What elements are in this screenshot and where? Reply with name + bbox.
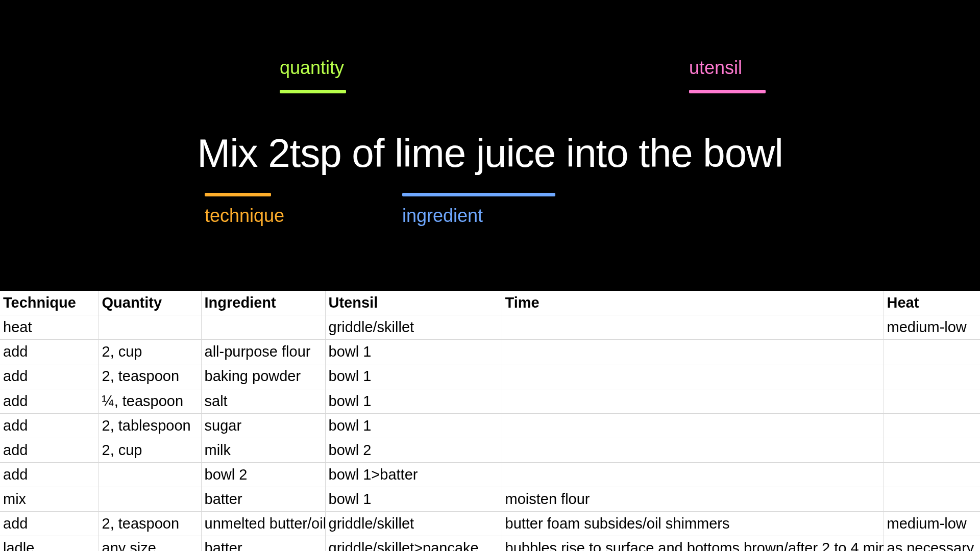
annotation-underline-technique xyxy=(205,193,271,196)
recipe-steps-table-wrap: Technique Quantity Ingredient Utensil Ti… xyxy=(0,291,980,551)
annotation-label-technique: technique xyxy=(205,207,284,225)
cell-quantity xyxy=(99,315,201,340)
table-row: add2, teaspoonbaking powderbowl 1 xyxy=(0,364,980,389)
cell-utensil: bowl 1 xyxy=(325,413,502,438)
cell-heat xyxy=(884,389,980,413)
table-row: addbowl 2bowl 1>batter xyxy=(0,462,980,487)
cell-utensil: griddle/skillet>pancake xyxy=(325,536,502,551)
cell-utensil: bowl 1 xyxy=(325,487,502,512)
cell-quantity xyxy=(99,487,201,512)
col-header-quantity: Quantity xyxy=(99,291,201,315)
col-header-heat: Heat xyxy=(884,291,980,315)
cell-heat xyxy=(884,413,980,438)
cell-ingredient: bowl 2 xyxy=(201,462,325,487)
cell-technique: add xyxy=(0,512,99,536)
cell-heat xyxy=(884,487,980,512)
cell-technique: add xyxy=(0,389,99,413)
table-row: add2, cupall-purpose flourbowl 1 xyxy=(0,340,980,364)
cell-utensil: bowl 1 xyxy=(325,340,502,364)
cell-heat: medium-low xyxy=(884,315,980,340)
cell-quantity: 2, cup xyxy=(99,340,201,364)
cell-technique: add xyxy=(0,413,99,438)
cell-time xyxy=(502,364,884,389)
cell-time xyxy=(502,438,884,462)
table-row: mixbatterbowl 1moisten flour xyxy=(0,487,980,512)
annotation-underline-quantity xyxy=(280,90,346,93)
col-header-technique: Technique xyxy=(0,291,99,315)
cell-quantity: 2, tablespoon xyxy=(99,413,201,438)
cell-time: butter foam subsides/oil shimmers xyxy=(502,512,884,536)
table-row: heatgriddle/skilletmedium-low xyxy=(0,315,980,340)
cell-quantity: ¼, teaspoon xyxy=(99,389,201,413)
table-row: add¼, teaspoonsaltbowl 1 xyxy=(0,389,980,413)
annotation-label-ingredient: ingredient xyxy=(402,207,483,225)
cell-technique: add xyxy=(0,364,99,389)
cell-quantity: 2, teaspoon xyxy=(99,512,201,536)
cell-heat: medium-low xyxy=(884,512,980,536)
cell-ingredient: batter xyxy=(201,536,325,551)
example-sentence: Mix 2tsp of lime juice into the bowl xyxy=(197,130,783,177)
cell-utensil: griddle/skillet xyxy=(325,512,502,536)
cell-time xyxy=(502,462,884,487)
annotation-underline-ingredient xyxy=(402,193,555,196)
cell-ingredient: batter xyxy=(201,487,325,512)
cell-technique: add xyxy=(0,462,99,487)
cell-heat xyxy=(884,438,980,462)
cell-ingredient: salt xyxy=(201,389,325,413)
annotation-label-utensil: utensil xyxy=(689,59,742,77)
cell-ingredient: all-purpose flour xyxy=(201,340,325,364)
cell-heat xyxy=(884,364,980,389)
col-header-time: Time xyxy=(502,291,884,315)
col-header-ingredient: Ingredient xyxy=(201,291,325,315)
annotation-label-quantity: quantity xyxy=(280,59,344,77)
cell-utensil: bowl 1>batter xyxy=(325,462,502,487)
cell-quantity: 2, cup xyxy=(99,438,201,462)
cell-utensil: bowl 2 xyxy=(325,438,502,462)
table-row: add2, cupmilkbowl 2 xyxy=(0,438,980,462)
cell-time xyxy=(502,315,884,340)
cell-quantity: any size xyxy=(99,536,201,551)
cell-time xyxy=(502,389,884,413)
recipe-steps-table: Technique Quantity Ingredient Utensil Ti… xyxy=(0,291,980,551)
cell-ingredient: unmelted butter/oil xyxy=(201,512,325,536)
cell-ingredient xyxy=(201,315,325,340)
annotation-underline-utensil xyxy=(689,90,766,93)
col-header-utensil: Utensil xyxy=(325,291,502,315)
cell-technique: add xyxy=(0,438,99,462)
annotated-sentence-hero: quantity utensil technique ingredient Mi… xyxy=(0,0,980,291)
cell-technique: ladle xyxy=(0,536,99,551)
cell-technique: add xyxy=(0,340,99,364)
cell-heat xyxy=(884,462,980,487)
cell-utensil: bowl 1 xyxy=(325,364,502,389)
cell-time xyxy=(502,340,884,364)
cell-heat xyxy=(884,340,980,364)
table-row: add2, tablespoonsugarbowl 1 xyxy=(0,413,980,438)
cell-quantity: 2, teaspoon xyxy=(99,364,201,389)
cell-technique: mix xyxy=(0,487,99,512)
cell-time: moisten flour xyxy=(502,487,884,512)
cell-ingredient: sugar xyxy=(201,413,325,438)
cell-heat: as necessary xyxy=(884,536,980,551)
table-row: add2, teaspoonunmelted butter/oilgriddle… xyxy=(0,512,980,536)
table-header-row: Technique Quantity Ingredient Utensil Ti… xyxy=(0,291,980,315)
cell-time: bubbles rise to surface and bottoms brow… xyxy=(502,536,884,551)
cell-quantity xyxy=(99,462,201,487)
table-row: ladleany sizebattergriddle/skillet>panca… xyxy=(0,536,980,551)
cell-ingredient: milk xyxy=(201,438,325,462)
cell-time xyxy=(502,413,884,438)
cell-technique: heat xyxy=(0,315,99,340)
cell-ingredient: baking powder xyxy=(201,364,325,389)
cell-utensil: bowl 1 xyxy=(325,389,502,413)
cell-utensil: griddle/skillet xyxy=(325,315,502,340)
